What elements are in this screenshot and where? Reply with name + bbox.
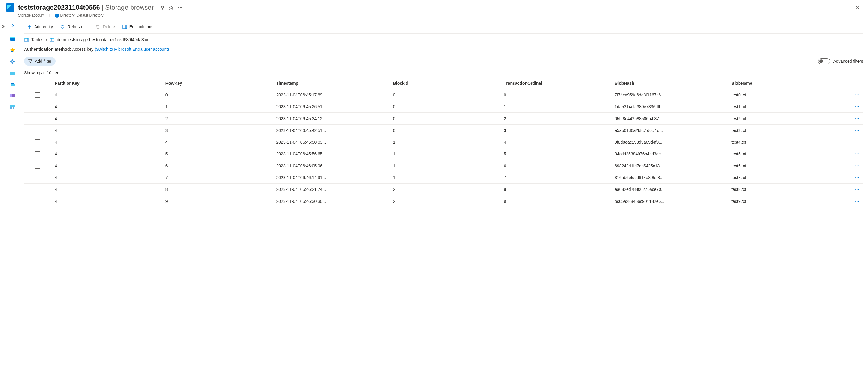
toolbar: Add entity Refresh Delete Edit columns xyxy=(24,20,863,34)
col-blobname[interactable]: BlobName xyxy=(728,78,839,89)
cell-rowkey: 3 xyxy=(162,124,273,136)
row-checkbox[interactable] xyxy=(35,116,40,121)
row-more-icon[interactable]: ··· xyxy=(855,128,860,133)
row-checkbox[interactable] xyxy=(35,186,40,192)
advanced-filters-label: Advanced filters xyxy=(833,59,863,64)
row-more-icon[interactable]: ··· xyxy=(855,164,860,168)
auth-label: Authentication method: xyxy=(24,47,71,52)
rail-containers-icon[interactable] xyxy=(10,70,15,76)
cell-partitionkey: 4 xyxy=(51,172,162,183)
svg-point-5 xyxy=(12,61,13,62)
page-header: teststorage20231104t0556 | Storage brows… xyxy=(0,0,868,20)
cell-rowkey: 7 xyxy=(162,172,273,183)
rail-overview-icon[interactable] xyxy=(10,36,15,41)
cell-rowkey: 1 xyxy=(162,101,273,113)
cell-rowkey: 5 xyxy=(162,148,273,160)
svg-rect-16 xyxy=(50,38,54,39)
breadcrumb-tables[interactable]: Tables xyxy=(31,37,43,42)
cell-transactionordinal: 7 xyxy=(500,172,611,183)
row-more-icon[interactable]: ··· xyxy=(855,116,860,121)
refresh-button[interactable]: Refresh xyxy=(57,23,85,31)
row-more-icon[interactable]: ··· xyxy=(855,151,860,156)
storage-account-icon xyxy=(6,3,14,12)
cell-transactionordinal: 1 xyxy=(500,101,611,113)
table-row[interactable]: 4 2 2023-11-04T06:45:34.12... 0 2 05bf8e… xyxy=(24,113,863,124)
cell-timestamp: 2023-11-04T06:45:56.65... xyxy=(273,148,390,160)
more-icon[interactable] xyxy=(178,5,183,10)
col-rowkey[interactable]: RowKey xyxy=(162,78,273,89)
breadcrumb-current[interactable]: demoteststorage1testcontainer1e5d680f49d… xyxy=(57,37,149,42)
filter-icon xyxy=(28,59,32,63)
table-row[interactable]: 4 3 2023-11-04T06:45:42.51... 0 3 e5ab61… xyxy=(24,124,863,136)
rail-tables-icon[interactable] xyxy=(10,105,15,110)
left-rail xyxy=(6,20,19,378)
table-row[interactable]: 4 8 2023-11-04T06:46:21.74... 2 8 ea082e… xyxy=(24,183,863,195)
rail-favorites-icon[interactable] xyxy=(10,48,15,53)
auth-switch-link[interactable]: (Switch to Microsoft Entra user account) xyxy=(95,47,169,52)
title-separator: | xyxy=(102,4,104,11)
row-checkbox[interactable] xyxy=(35,163,40,169)
table-row[interactable]: 4 1 2023-11-04T06:45:26.51... 0 1 1da531… xyxy=(24,101,863,113)
pin-icon[interactable] xyxy=(160,5,164,10)
edit-columns-button[interactable]: Edit columns xyxy=(119,23,156,31)
row-checkbox[interactable] xyxy=(35,139,40,145)
add-filter-button[interactable]: Add filter xyxy=(24,57,56,65)
cell-partitionkey: 4 xyxy=(51,148,162,160)
cell-blobhash: 7f74ca959a6dd30f167c6... xyxy=(611,89,728,101)
star-icon[interactable] xyxy=(169,5,174,10)
rail-queues-icon[interactable] xyxy=(10,93,15,98)
cell-rowkey: 8 xyxy=(162,183,273,195)
expand-chevron[interactable] xyxy=(0,20,6,378)
row-checkbox[interactable] xyxy=(35,151,40,157)
row-more-icon[interactable]: ··· xyxy=(855,104,860,109)
cell-timestamp: 2023-11-04T06:45:17.89... xyxy=(273,89,390,101)
row-checkbox[interactable] xyxy=(35,104,40,109)
cell-timestamp: 2023-11-04T06:45:50.03... xyxy=(273,136,390,148)
table-row[interactable]: 4 5 2023-11-04T06:45:56.65... 1 5 34cdd2… xyxy=(24,148,863,160)
row-more-icon[interactable]: ··· xyxy=(855,199,860,204)
cell-transactionordinal: 6 xyxy=(500,160,611,172)
row-checkbox[interactable] xyxy=(35,92,40,98)
directory-info: iDirectory: Default Directory xyxy=(55,13,104,18)
close-button[interactable]: ✕ xyxy=(853,3,862,12)
toolbar-separator xyxy=(89,24,89,30)
table-row[interactable]: 4 7 2023-11-04T06:46:14.91... 1 7 316ab6… xyxy=(24,172,863,183)
cell-blobname: test4.txt xyxy=(728,136,839,148)
select-all-checkbox[interactable] xyxy=(35,81,40,86)
section-name: Storage browser xyxy=(105,4,153,11)
cell-blockid: 2 xyxy=(390,195,500,207)
cell-blobhash: 1da5314efa380e7336dff... xyxy=(611,101,728,113)
cell-blobname: test1.txt xyxy=(728,101,839,113)
breadcrumb: Tables › demoteststorage1testcontainer1e… xyxy=(24,34,863,46)
rail-settings-icon[interactable] xyxy=(10,59,15,64)
svg-point-0 xyxy=(178,7,179,8)
row-more-icon[interactable]: ··· xyxy=(855,140,860,145)
col-timestamp[interactable]: Timestamp xyxy=(273,78,390,89)
svg-point-2 xyxy=(181,7,182,8)
add-entity-button[interactable]: Add entity xyxy=(24,23,56,31)
row-more-icon[interactable]: ··· xyxy=(855,175,860,180)
table-row[interactable]: 4 0 2023-11-04T06:45:17.89... 0 0 7f74ca… xyxy=(24,89,863,101)
row-checkbox[interactable] xyxy=(35,175,40,180)
rail-fileshares-icon[interactable] xyxy=(10,82,15,87)
cell-transactionordinal: 8 xyxy=(500,183,611,195)
row-more-icon[interactable]: ··· xyxy=(855,92,860,97)
col-transactionordinal[interactable]: TransactionOrdinal xyxy=(500,78,611,89)
row-more-icon[interactable]: ··· xyxy=(855,187,860,192)
table-row[interactable]: 4 4 2023-11-04T06:45:50.03... 1 4 9f8d8d… xyxy=(24,136,863,148)
auth-value: Access key xyxy=(72,47,93,52)
col-blockid[interactable]: BlockId xyxy=(390,78,500,89)
rail-chevron-icon[interactable] xyxy=(10,23,15,28)
col-partitionkey[interactable]: PartitionKey xyxy=(51,78,162,89)
table-row[interactable]: 4 9 2023-11-04T06:46:30.30... 2 9 bc65a2… xyxy=(24,195,863,207)
row-checkbox[interactable] xyxy=(35,128,40,133)
cell-transactionordinal: 2 xyxy=(500,113,611,124)
cell-transactionordinal: 4 xyxy=(500,136,611,148)
table-row[interactable]: 4 6 2023-11-04T06:46:05.96... 1 6 698242… xyxy=(24,160,863,172)
row-checkbox[interactable] xyxy=(35,199,40,204)
col-blobhash[interactable]: BlobHash xyxy=(611,78,728,89)
cell-transactionordinal: 5 xyxy=(500,148,611,160)
storage-name: teststorage20231104t0556 xyxy=(18,4,100,11)
advanced-filters-toggle[interactable] xyxy=(818,58,830,64)
cell-blobhash: 698242d1fd7dc5425c13... xyxy=(611,160,728,172)
